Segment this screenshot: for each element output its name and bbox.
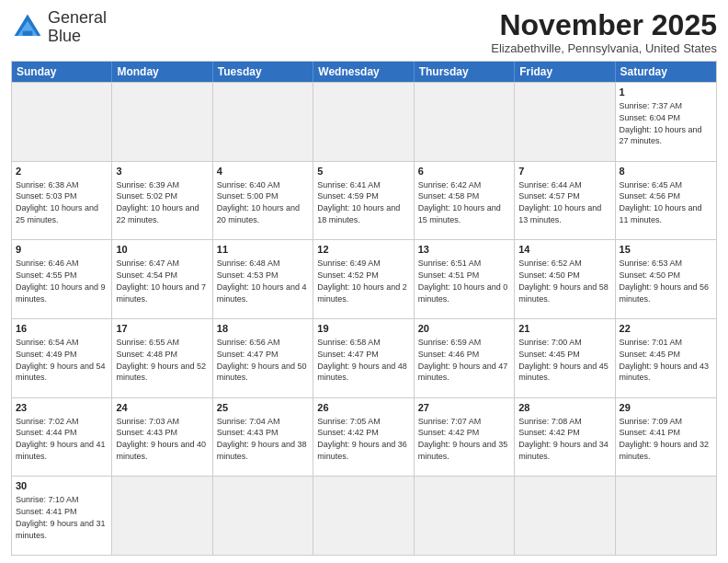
- sun-info: Sunrise: 6:48 AMSunset: 4:53 PMDaylight:…: [217, 259, 307, 303]
- header-friday: Friday: [515, 62, 615, 82]
- sun-info: Sunrise: 7:37 AMSunset: 6:04 PMDaylight:…: [620, 101, 702, 145]
- cal-cell-1-1: [12, 83, 112, 161]
- day-number: 11: [217, 243, 309, 257]
- day-number: 6: [418, 165, 510, 178]
- cal-cell-1-2: [112, 83, 212, 161]
- logo-icon: [11, 11, 44, 44]
- title-block: November 2025 Elizabethville, Pennsylvan…: [491, 9, 717, 55]
- sun-info: Sunrise: 7:08 AMSunset: 4:42 PMDaylight:…: [518, 417, 609, 461]
- cal-cell-2-5: 6Sunrise: 6:42 AMSunset: 4:58 PMDaylight…: [415, 162, 515, 240]
- day-number: 14: [518, 243, 610, 257]
- sun-info: Sunrise: 7:02 AMSunset: 4:44 PMDaylight:…: [16, 417, 106, 461]
- day-headers: Sunday Monday Tuesday Wednesday Thursday…: [12, 62, 716, 82]
- cal-cell-2-2: 3Sunrise: 6:39 AMSunset: 5:02 PMDaylight…: [112, 162, 212, 240]
- cal-cell-4-3: 18Sunrise: 6:56 AMSunset: 4:47 PMDayligh…: [213, 319, 313, 397]
- sun-info: Sunrise: 6:42 AMSunset: 4:58 PMDaylight:…: [418, 180, 501, 224]
- sun-info: Sunrise: 6:47 AMSunset: 4:54 PMDaylight:…: [116, 259, 206, 303]
- cal-cell-5-6: 28Sunrise: 7:08 AMSunset: 4:42 PMDayligh…: [515, 398, 615, 477]
- sun-info: Sunrise: 6:38 AMSunset: 5:03 PMDaylight:…: [16, 180, 98, 224]
- sun-info: Sunrise: 7:07 AMSunset: 4:42 PMDaylight:…: [418, 417, 508, 461]
- cal-cell-3-7: 15Sunrise: 6:53 AMSunset: 4:50 PMDayligh…: [616, 240, 716, 318]
- cal-cell-5-5: 27Sunrise: 7:07 AMSunset: 4:42 PMDayligh…: [415, 398, 515, 477]
- sun-info: Sunrise: 6:52 AMSunset: 4:50 PMDaylight:…: [518, 259, 609, 303]
- cal-cell-3-4: 12Sunrise: 6:49 AMSunset: 4:52 PMDayligh…: [313, 240, 414, 318]
- day-number: 5: [317, 165, 409, 178]
- cal-cell-2-3: 4Sunrise: 6:40 AMSunset: 5:00 PMDaylight…: [213, 162, 313, 240]
- day-number: 8: [620, 165, 712, 178]
- header-monday: Monday: [112, 62, 212, 82]
- logo-line1: General: [48, 9, 107, 28]
- day-number: 26: [317, 401, 409, 415]
- sun-info: Sunrise: 6:55 AMSunset: 4:48 PMDaylight:…: [116, 338, 206, 382]
- cal-cell-1-7: 1Sunrise: 7:37 AMSunset: 6:04 PMDaylight…: [616, 83, 716, 161]
- cal-cell-5-3: 25Sunrise: 7:04 AMSunset: 4:43 PMDayligh…: [213, 398, 313, 477]
- cal-cell-2-4: 5Sunrise: 6:41 AMSunset: 4:59 PMDaylight…: [313, 162, 414, 240]
- cal-cell-4-2: 17Sunrise: 6:55 AMSunset: 4:48 PMDayligh…: [112, 319, 212, 397]
- week-row-2: 2Sunrise: 6:38 AMSunset: 5:03 PMDaylight…: [12, 161, 716, 240]
- header: General Blue November 2025 Elizabethvill…: [11, 9, 717, 55]
- location: Elizabethville, Pennsylvania, United Sta…: [491, 41, 717, 55]
- sun-info: Sunrise: 7:05 AMSunset: 4:42 PMDaylight:…: [317, 417, 407, 461]
- calendar-body: 1Sunrise: 7:37 AMSunset: 6:04 PMDaylight…: [12, 82, 716, 555]
- day-number: 17: [116, 322, 208, 336]
- day-number: 24: [116, 401, 208, 415]
- cal-cell-6-2: [112, 477, 212, 555]
- cal-cell-6-1: 30Sunrise: 7:10 AMSunset: 4:41 PMDayligh…: [12, 477, 112, 555]
- day-number: 2: [16, 165, 108, 178]
- day-number: 21: [518, 322, 610, 336]
- day-number: 28: [518, 401, 610, 415]
- cal-cell-3-2: 10Sunrise: 6:47 AMSunset: 4:54 PMDayligh…: [112, 240, 212, 318]
- cal-cell-1-4: [313, 83, 414, 161]
- sun-info: Sunrise: 7:03 AMSunset: 4:43 PMDaylight:…: [116, 417, 206, 461]
- cal-cell-3-5: 13Sunrise: 6:51 AMSunset: 4:51 PMDayligh…: [415, 240, 515, 318]
- cal-cell-6-7: [616, 477, 716, 555]
- header-tuesday: Tuesday: [213, 62, 313, 82]
- week-row-6: 30Sunrise: 7:10 AMSunset: 4:41 PMDayligh…: [12, 476, 716, 555]
- sun-info: Sunrise: 7:00 AMSunset: 4:45 PMDaylight:…: [518, 338, 609, 382]
- week-row-5: 23Sunrise: 7:02 AMSunset: 4:44 PMDayligh…: [12, 397, 716, 477]
- header-saturday: Saturday: [616, 62, 716, 82]
- cal-cell-3-3: 11Sunrise: 6:48 AMSunset: 4:53 PMDayligh…: [213, 240, 313, 318]
- day-number: 12: [317, 243, 409, 257]
- day-number: 30: [16, 479, 108, 493]
- day-number: 16: [16, 322, 108, 336]
- cal-cell-4-1: 16Sunrise: 6:54 AMSunset: 4:49 PMDayligh…: [12, 319, 112, 397]
- day-number: 27: [418, 401, 510, 415]
- day-number: 15: [620, 243, 712, 257]
- cal-cell-6-4: [313, 477, 414, 555]
- cal-cell-5-4: 26Sunrise: 7:05 AMSunset: 4:42 PMDayligh…: [313, 398, 414, 477]
- cal-cell-4-7: 22Sunrise: 7:01 AMSunset: 4:45 PMDayligh…: [616, 319, 716, 397]
- cal-cell-3-1: 9Sunrise: 6:46 AMSunset: 4:55 PMDaylight…: [12, 240, 112, 318]
- week-row-1: 1Sunrise: 7:37 AMSunset: 6:04 PMDaylight…: [12, 82, 716, 161]
- cal-cell-6-5: [415, 477, 515, 555]
- cal-cell-6-3: [213, 477, 313, 555]
- sun-info: Sunrise: 6:53 AMSunset: 4:50 PMDaylight:…: [620, 259, 710, 303]
- cal-cell-4-4: 19Sunrise: 6:58 AMSunset: 4:47 PMDayligh…: [313, 319, 414, 397]
- day-number: 1: [620, 86, 712, 99]
- svg-rect-2: [23, 30, 33, 35]
- sun-info: Sunrise: 6:40 AMSunset: 5:00 PMDaylight:…: [217, 180, 300, 224]
- sun-info: Sunrise: 6:58 AMSunset: 4:47 PMDaylight:…: [317, 338, 407, 382]
- header-sunday: Sunday: [12, 62, 112, 82]
- cal-cell-2-1: 2Sunrise: 6:38 AMSunset: 5:03 PMDaylight…: [12, 162, 112, 240]
- sun-info: Sunrise: 7:04 AMSunset: 4:43 PMDaylight:…: [217, 417, 307, 461]
- page: General Blue November 2025 Elizabethvill…: [0, 0, 728, 563]
- day-number: 9: [16, 243, 108, 257]
- calendar: Sunday Monday Tuesday Wednesday Thursday…: [11, 61, 717, 556]
- sun-info: Sunrise: 6:56 AMSunset: 4:47 PMDaylight:…: [217, 338, 307, 382]
- logo-line2: Blue: [48, 28, 107, 46]
- day-number: 10: [116, 243, 208, 257]
- cal-cell-4-5: 20Sunrise: 6:59 AMSunset: 4:46 PMDayligh…: [415, 319, 515, 397]
- sun-info: Sunrise: 6:44 AMSunset: 4:57 PMDaylight:…: [518, 180, 601, 224]
- sun-info: Sunrise: 6:41 AMSunset: 4:59 PMDaylight:…: [317, 180, 400, 224]
- header-thursday: Thursday: [415, 62, 515, 82]
- cal-cell-5-2: 24Sunrise: 7:03 AMSunset: 4:43 PMDayligh…: [112, 398, 212, 477]
- sun-info: Sunrise: 6:46 AMSunset: 4:55 PMDaylight:…: [16, 259, 106, 303]
- sun-info: Sunrise: 7:10 AMSunset: 4:41 PMDaylight:…: [16, 495, 106, 539]
- sun-info: Sunrise: 7:09 AMSunset: 4:41 PMDaylight:…: [620, 417, 710, 461]
- day-number: 13: [418, 243, 510, 257]
- logo: General Blue: [11, 9, 107, 46]
- day-number: 22: [620, 322, 712, 336]
- sun-info: Sunrise: 6:51 AMSunset: 4:51 PMDaylight:…: [418, 259, 508, 303]
- day-number: 20: [418, 322, 510, 336]
